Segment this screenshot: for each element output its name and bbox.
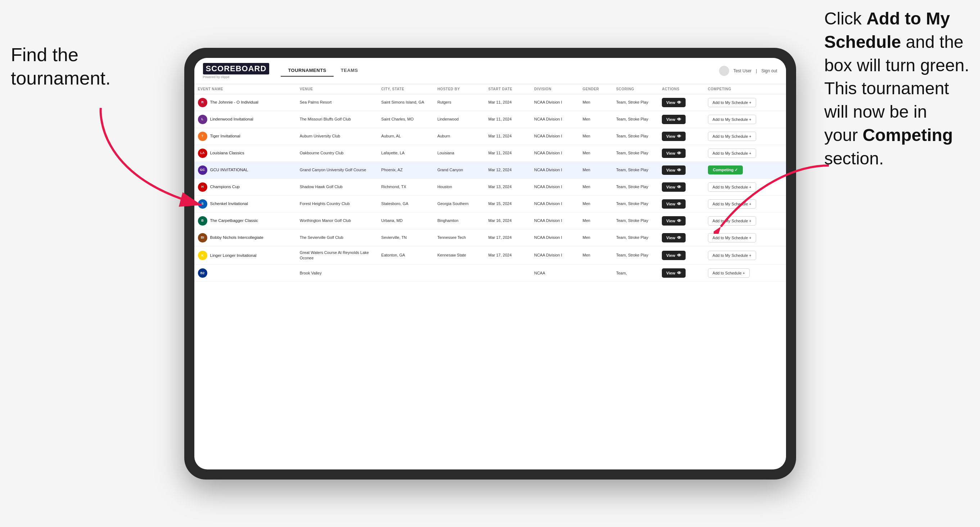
venue-cell: The Missouri Bluffs Golf Club [296, 111, 378, 128]
gender-cell: Men [579, 94, 612, 111]
app-logo: SCOREBOARD [203, 63, 270, 75]
city-cell: Saint Simons Island, GA [377, 94, 434, 111]
team-logo: B2 [198, 268, 207, 278]
col-header-event: EVENT NAME [194, 84, 296, 94]
view-button[interactable]: View 👁 [662, 183, 686, 192]
separator: | [756, 68, 757, 73]
actions-cell: View 👁 [658, 128, 704, 144]
add-schedule-button[interactable]: Add to My Schedule + [708, 132, 756, 141]
view-button[interactable]: View 👁 [662, 132, 686, 141]
event-name: The Carpetbagger Classic [210, 217, 258, 224]
scoring-cell: Team, [612, 265, 658, 282]
view-button[interactable]: View 👁 [662, 98, 686, 107]
city-cell: Phoenix, AZ [377, 162, 434, 178]
tab-teams[interactable]: TEAMS [334, 65, 365, 77]
col-header-hosted: HOSTED BY [434, 84, 485, 94]
venue-cell: Brook Valley [296, 265, 378, 282]
competing-cell: Add to My Schedule + [704, 111, 786, 128]
annotation-right: Click Add to MySchedule and thebox will … [824, 7, 969, 170]
add-schedule-button[interactable]: Add to My Schedule + [708, 115, 756, 124]
division-cell: NCAA Division I [530, 178, 579, 195]
eye-icon: 👁 [677, 202, 681, 206]
view-button[interactable]: View 👁 [662, 216, 686, 225]
hosted-cell: Kennesaw State [434, 246, 485, 265]
view-button[interactable]: View 👁 [662, 165, 686, 175]
date-cell: Mar 13, 2024 [485, 178, 530, 195]
hosted-cell: Tennessee Tech [434, 229, 485, 246]
col-header-scoring: SCORING [612, 84, 658, 94]
add-schedule-button[interactable]: Add to My Schedule + [708, 98, 756, 107]
hosted-cell: Binghamton [434, 212, 485, 229]
table-row: BI Bobby Nichols Intercollegiate The Sev… [194, 229, 786, 246]
view-button[interactable]: View 👁 [662, 115, 686, 124]
gender-cell: Men [579, 111, 612, 128]
view-button[interactable]: View 👁 [662, 233, 686, 243]
scoring-cell: Team, Stroke Play [612, 162, 658, 178]
city-cell: Saint Charles, MO [377, 111, 434, 128]
scoring-cell: Team, Stroke Play [612, 144, 658, 162]
gender-cell: Men [579, 162, 612, 178]
app-header: SCOREBOARD Powered by clippd TOURNAMENTS… [194, 58, 786, 84]
venue-cell: Great Waters Course At Reynolds Lake Oco… [296, 246, 378, 265]
actions-cell: View 👁 [658, 246, 704, 265]
gender-cell: Men [579, 212, 612, 229]
col-header-venue: VENUE [296, 84, 378, 94]
logo-area: SCOREBOARD Powered by clippd [203, 63, 270, 79]
eye-icon: 👁 [677, 218, 681, 224]
event-name: The Johnnie - O Individual [210, 99, 258, 105]
gender-cell: Men [579, 128, 612, 144]
nav-tabs: TOURNAMENTS TEAMS [281, 65, 719, 77]
tab-tournaments[interactable]: TOURNAMENTS [281, 65, 333, 77]
venue-cell: Shadow Hawk Golf Club [296, 178, 378, 195]
add-schedule-button[interactable]: Add to My Schedule + [708, 233, 756, 243]
team-logo: K [198, 251, 207, 260]
table-row: B2 Brook Valley NCAA Team, View 👁 Add to… [194, 265, 786, 282]
add-schedule-button[interactable]: Add to Schedule + [708, 268, 750, 278]
scoring-cell: Team, Stroke Play [612, 128, 658, 144]
city-cell: Lafayette, LA [377, 144, 434, 162]
hosted-cell: Houston [434, 178, 485, 195]
gender-cell: Men [579, 144, 612, 162]
eye-icon: 👁 [677, 270, 681, 276]
eye-icon: 👁 [677, 235, 681, 240]
eye-icon: 👁 [677, 253, 681, 258]
division-cell: NCAA Division I [530, 128, 579, 144]
table-row: L Lindenwood Invitational The Missouri B… [194, 111, 786, 128]
eye-icon: 👁 [677, 117, 681, 122]
date-cell [485, 265, 530, 282]
city-cell: Eatonton, GA [377, 246, 434, 265]
tablet-device: SCOREBOARD Powered by clippd TOURNAMENTS… [184, 48, 796, 479]
gender-cell: Men [579, 246, 612, 265]
table-row: K Linger Longer Invitational Great Water… [194, 246, 786, 265]
sign-out-link[interactable]: Sign out [761, 68, 777, 73]
competing-cell: Add to Schedule + [704, 265, 786, 282]
hosted-cell: Georgia Southern [434, 195, 485, 212]
add-schedule-button[interactable]: Add to My Schedule + [708, 251, 756, 260]
date-cell: Mar 11, 2024 [485, 128, 530, 144]
table-row: H Champions Cup Shadow Hawk Golf Club Ri… [194, 178, 786, 195]
view-button[interactable]: View 👁 [662, 268, 686, 278]
scoring-cell: Team, Stroke Play [612, 111, 658, 128]
table-row: GC GCU INVITATIONAL Grand Canyon Univers… [194, 162, 786, 178]
view-button[interactable]: View 👁 [662, 251, 686, 260]
date-cell: Mar 15, 2024 [485, 195, 530, 212]
actions-cell: View 👁 [658, 178, 704, 195]
competing-cell: Add to My Schedule + [704, 246, 786, 265]
view-button[interactable]: View 👁 [662, 149, 686, 158]
division-cell: NCAA Division I [530, 195, 579, 212]
event-name-cell: BI Bobby Nichols Intercollegiate [198, 233, 293, 243]
scoring-cell: Team, Stroke Play [612, 246, 658, 265]
division-cell: NCAA Division I [530, 162, 579, 178]
venue-cell: Oakbourne Country Club [296, 144, 378, 162]
gender-cell: Men [579, 229, 612, 246]
division-cell: NCAA [530, 265, 579, 282]
division-cell: NCAA Division I [530, 111, 579, 128]
add-schedule-button[interactable]: Add to My Schedule + [708, 149, 756, 158]
table-row: T Tiger Invitational Auburn University C… [194, 128, 786, 144]
logo-subtitle: Powered by clippd [203, 75, 270, 79]
view-button[interactable]: View 👁 [662, 199, 686, 209]
city-cell: Richmond, TX [377, 178, 434, 195]
col-header-competing: COMPETING [704, 84, 786, 94]
actions-cell: View 👁 [658, 265, 704, 282]
annotation-left: Find thetournament. [11, 43, 111, 90]
